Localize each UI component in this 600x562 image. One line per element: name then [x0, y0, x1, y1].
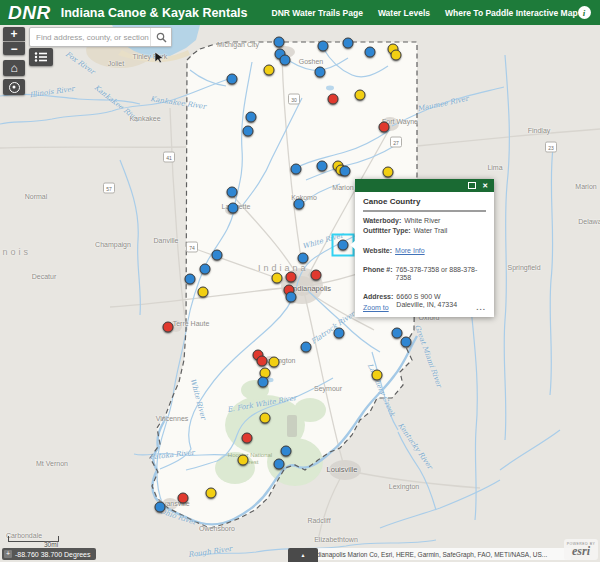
map-marker-red[interactable]: [163, 322, 174, 333]
map-marker-blue[interactable]: [246, 112, 257, 123]
map-marker-blue[interactable]: [294, 199, 305, 210]
locate-button[interactable]: [3, 79, 25, 95]
map-marker-blue[interactable]: [338, 240, 349, 251]
map-marker-blue[interactable]: [365, 47, 376, 58]
map-marker-blue[interactable]: [274, 37, 285, 48]
map-marker-yellow[interactable]: [206, 488, 217, 499]
city-label: Vincennes: [156, 415, 189, 422]
city-label: Delaware: [578, 218, 600, 225]
city-label: Louisville: [327, 465, 358, 474]
zoom-out-button[interactable]: −: [3, 42, 25, 55]
map-marker-yellow[interactable]: [372, 370, 383, 381]
nav-link-0[interactable]: DNR Water Trails Page: [272, 8, 363, 18]
map-marker-blue[interactable]: [340, 166, 351, 177]
map-marker-blue[interactable]: [392, 328, 403, 339]
map-marker-blue[interactable]: [315, 67, 326, 78]
nav-link-2[interactable]: Where To Paddle Interactive Map: [445, 8, 578, 18]
field-value: Water Trail: [414, 227, 448, 236]
maximize-icon[interactable]: [468, 182, 476, 189]
map-marker-yellow[interactable]: [238, 455, 249, 466]
legend-button[interactable]: [29, 48, 53, 66]
map-marker-blue[interactable]: [258, 377, 269, 388]
map-marker-blue[interactable]: [317, 161, 328, 172]
map-marker-red[interactable]: [311, 270, 322, 281]
popup-pointer: [350, 240, 356, 250]
zoom-in-button[interactable]: +: [3, 27, 25, 41]
popup-field-row: Website:More Info: [363, 247, 486, 256]
map-marker-red[interactable]: [242, 433, 253, 444]
route-shield: 27: [390, 137, 402, 148]
map-marker-blue[interactable]: [291, 164, 302, 175]
map-marker-yellow[interactable]: [391, 50, 402, 61]
map-marker-red[interactable]: [379, 122, 390, 133]
map-marker-blue[interactable]: [301, 342, 312, 353]
map-marker-yellow[interactable]: [198, 287, 209, 298]
map-marker-yellow[interactable]: [383, 167, 394, 178]
city-label: Marion: [575, 183, 596, 190]
crosshair-icon[interactable]: +: [4, 550, 12, 558]
map-marker-red[interactable]: [286, 272, 297, 283]
city-label: Indianapolis: [291, 284, 331, 293]
search-button[interactable]: [150, 28, 171, 46]
page-title: Indiana Canoe & Kayak Rentals: [61, 6, 248, 20]
field-label: Website:: [363, 247, 392, 256]
info-icon[interactable]: i: [578, 6, 591, 19]
home-button[interactable]: ⌂: [3, 60, 25, 76]
popup-fields: Waterbody:White RiverOutfitter Type:Wate…: [363, 217, 486, 310]
legend-list-icon: [34, 51, 48, 63]
zoom-to-link[interactable]: Zoom to: [363, 304, 389, 311]
map-marker-blue[interactable]: [155, 502, 166, 513]
city-label: Lexington: [389, 483, 419, 490]
map-marker-yellow[interactable]: [260, 413, 271, 424]
attribution-expand-tab[interactable]: ▲: [288, 548, 318, 562]
map-marker-yellow[interactable]: [272, 273, 283, 284]
coordinates-widget[interactable]: + -88.760 38.700 Degrees: [2, 548, 96, 560]
map-marker-blue[interactable]: [212, 250, 223, 261]
map-marker-yellow[interactable]: [269, 357, 280, 368]
field-value: White River: [404, 217, 440, 226]
forest-label: Hoosier National Forest: [224, 452, 276, 465]
search-input[interactable]: [30, 28, 150, 46]
city-label: Springfield: [507, 264, 540, 271]
route-shield: 57: [103, 183, 115, 194]
city-label: Normal: [25, 193, 48, 200]
city-label: Radcliff: [307, 517, 330, 524]
map-marker-blue[interactable]: [401, 337, 412, 348]
map-marker-blue[interactable]: [200, 264, 211, 275]
attribution-text: Indianapolis Marion Co, Esri, HERE, Garm…: [311, 551, 547, 558]
map-marker-blue[interactable]: [280, 55, 291, 66]
dnr-logo[interactable]: DNR: [8, 2, 51, 24]
map-marker-red[interactable]: [328, 94, 339, 105]
popup-field-row: Phone #:765-378-7358 or 888-378-7358: [363, 266, 486, 283]
map-marker-blue[interactable]: [343, 38, 354, 49]
coordinates-value: -88.760 38.700 Degrees: [15, 551, 91, 558]
map-marker-blue[interactable]: [274, 459, 285, 470]
map-marker-blue[interactable]: [318, 41, 329, 52]
popup-menu-ellipsis[interactable]: ...: [476, 303, 486, 312]
map-marker-red[interactable]: [178, 493, 189, 504]
city-label: Champaign: [95, 241, 131, 248]
map-marker-yellow[interactable]: [355, 90, 366, 101]
field-label: Waterbody:: [363, 217, 401, 226]
map-marker-red[interactable]: [257, 356, 268, 367]
map-marker-blue[interactable]: [243, 126, 254, 137]
map-marker-blue[interactable]: [298, 253, 309, 264]
map-marker-blue[interactable]: [286, 292, 297, 303]
map-marker-yellow[interactable]: [264, 65, 275, 76]
map-marker-blue[interactable]: [185, 274, 196, 285]
map-marker-blue[interactable]: [334, 328, 345, 339]
map-marker-blue[interactable]: [227, 74, 238, 85]
city-label: Mt Vernon: [36, 460, 68, 467]
city-label: Marion: [332, 184, 353, 191]
nav-link-1[interactable]: Water Levels: [378, 8, 430, 18]
map-canvas[interactable]: [0, 25, 600, 562]
more-info-link[interactable]: More Info: [395, 247, 425, 254]
map-marker-blue[interactable]: [227, 187, 238, 198]
map-marker-blue[interactable]: [281, 446, 292, 457]
field-label: Phone #:: [363, 266, 393, 283]
close-icon[interactable]: ✕: [482, 182, 488, 189]
caret-up-icon: ▲: [301, 552, 306, 558]
city-label: Danville: [154, 237, 179, 244]
map-marker-blue[interactable]: [228, 203, 239, 214]
city-label: Elizabethtown: [314, 536, 358, 543]
